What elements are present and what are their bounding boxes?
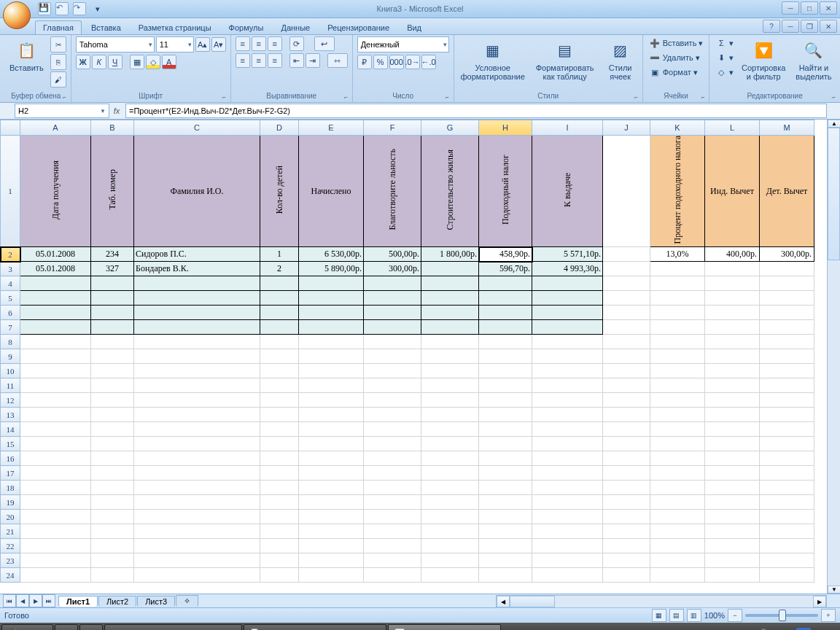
cell-B17[interactable] — [91, 466, 134, 481]
cell-H24[interactable] — [479, 568, 532, 583]
cell-F12[interactable] — [364, 393, 421, 408]
cell-E11[interactable] — [299, 378, 364, 393]
increase-font-button[interactable]: A▴ — [195, 37, 210, 52]
cell-C5[interactable] — [134, 291, 260, 306]
cell-F7[interactable] — [364, 320, 421, 335]
cell-E8[interactable] — [299, 335, 364, 349]
cell-I22[interactable] — [532, 539, 603, 553]
tab-data[interactable]: Данные — [273, 20, 318, 34]
cell-K19[interactable] — [650, 495, 705, 510]
cell-I17[interactable] — [532, 466, 603, 481]
cell-B15[interactable] — [91, 437, 134, 451]
cell-H7[interactable] — [479, 320, 532, 335]
first-sheet-button[interactable]: ⏮ — [3, 594, 16, 607]
cell-M8[interactable] — [760, 335, 814, 349]
cell-E23[interactable] — [299, 553, 364, 568]
cell-E14[interactable] — [299, 422, 364, 437]
cell-D7[interactable] — [260, 320, 299, 335]
cell-K11[interactable] — [650, 378, 705, 393]
cell-L14[interactable] — [705, 422, 760, 437]
cell-B21[interactable] — [91, 524, 134, 539]
tab-insert[interactable]: Вставка — [83, 20, 129, 34]
vscroll-thumb[interactable] — [828, 128, 840, 260]
cell-C22[interactable] — [134, 539, 260, 553]
cell-M24[interactable] — [760, 568, 814, 583]
redo-icon[interactable]: ↷ — [73, 2, 86, 15]
row-header-7[interactable]: 7 — [1, 320, 20, 335]
currency-button[interactable]: ₽ — [357, 55, 372, 69]
cell-I24[interactable] — [532, 568, 603, 583]
cell-D17[interactable] — [260, 466, 299, 481]
cell-A16[interactable] — [20, 451, 91, 466]
name-box[interactable]: H2▼ — [15, 104, 109, 118]
col-header-A[interactable]: A — [20, 120, 91, 136]
cell-K8[interactable] — [650, 335, 705, 349]
cell-K12[interactable] — [650, 393, 705, 408]
cell-B6[interactable] — [91, 306, 134, 320]
cell-B3[interactable]: 327 — [91, 262, 134, 276]
cell-B2[interactable]: 234 — [91, 247, 134, 262]
cell-I18[interactable] — [532, 481, 603, 495]
cell-H5[interactable] — [479, 291, 532, 306]
cell-E15[interactable] — [299, 437, 364, 451]
underline-button[interactable]: Ч — [108, 55, 122, 69]
cell-C12[interactable] — [134, 393, 260, 408]
cell-E4[interactable] — [299, 276, 364, 291]
cell-I14[interactable] — [532, 422, 603, 437]
cell-G19[interactable] — [421, 495, 479, 510]
col-header-E[interactable]: E — [299, 120, 364, 136]
format-cells-button[interactable]: ▣Формат ▾ — [648, 66, 699, 79]
cell-C23[interactable] — [134, 553, 260, 568]
cell-C3[interactable]: Бондарев В.К. — [134, 262, 260, 276]
cell-D16[interactable] — [260, 451, 299, 466]
cell-G9[interactable] — [421, 349, 479, 364]
cell-I3[interactable]: 4 993,30р. — [532, 262, 603, 276]
cell-I11[interactable] — [532, 378, 603, 393]
cell-D19[interactable] — [260, 495, 299, 510]
cell-C15[interactable] — [134, 437, 260, 451]
cell-L18[interactable] — [705, 481, 760, 495]
cell-J18[interactable] — [603, 481, 650, 495]
cell-K20[interactable] — [650, 510, 705, 524]
cell-M22[interactable] — [760, 539, 814, 553]
row-header-9[interactable]: 9 — [1, 349, 20, 364]
cell-L12[interactable] — [705, 393, 760, 408]
row-header-24[interactable]: 24 — [1, 568, 20, 583]
cell-G24[interactable] — [421, 568, 479, 583]
cell-I8[interactable] — [532, 335, 603, 349]
tab-view[interactable]: Вид — [399, 20, 429, 34]
cell-J8[interactable] — [603, 335, 650, 349]
cell-J21[interactable] — [603, 524, 650, 539]
cut-button[interactable]: ✂ — [50, 36, 66, 52]
cell-G8[interactable] — [421, 335, 479, 349]
cell-M9[interactable] — [760, 349, 814, 364]
cell-D21[interactable] — [260, 524, 299, 539]
tab-page-layout[interactable]: Разметка страницы — [131, 20, 219, 34]
cell-H12[interactable] — [479, 393, 532, 408]
cell-M19[interactable] — [760, 495, 814, 510]
cell-F13[interactable] — [364, 408, 421, 422]
qat-customize-icon[interactable]: ▾ — [90, 1, 105, 16]
cell-F21[interactable] — [364, 524, 421, 539]
cell-D22[interactable] — [260, 539, 299, 553]
row-header-8[interactable]: 8 — [1, 335, 20, 349]
cell-C2[interactable]: Сидоров П.С. — [134, 247, 260, 262]
doc-restore-button[interactable]: ❐ — [801, 20, 818, 33]
delete-cells-button[interactable]: ➖Удалить ▾ — [648, 51, 701, 64]
cell-B5[interactable] — [91, 291, 134, 306]
tab-formulas[interactable]: Формулы — [221, 20, 272, 34]
quick-launch-1[interactable]: ▣ — [55, 624, 78, 630]
next-sheet-button[interactable]: ▶ — [29, 594, 42, 607]
cell-H3[interactable]: 596,70р. — [479, 262, 532, 276]
col-header-F[interactable]: F — [364, 120, 421, 136]
col-header-J[interactable]: J — [603, 120, 650, 136]
cell-G10[interactable] — [421, 364, 479, 378]
wrap-text-button[interactable]: ↩ — [314, 36, 335, 51]
paste-button[interactable]: 📋 Вставить — [6, 36, 47, 74]
cell-M20[interactable] — [760, 510, 814, 524]
cell-E12[interactable] — [299, 393, 364, 408]
horizontal-scrollbar[interactable]: ◀ ▶ — [496, 595, 827, 608]
cell-H9[interactable] — [479, 349, 532, 364]
cell-K23[interactable] — [650, 553, 705, 568]
cell-A21[interactable] — [20, 524, 91, 539]
